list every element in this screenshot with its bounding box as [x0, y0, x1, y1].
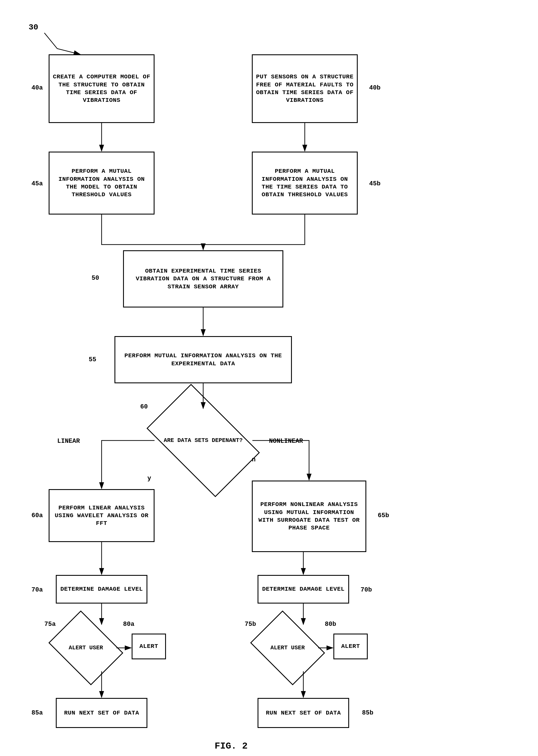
linear-label: LINEAR: [57, 438, 80, 445]
node-80b-label: 80b: [325, 621, 336, 628]
node-85a-label: 85a: [31, 709, 43, 717]
node-45a: PERFORM A MUTUAL INFORMATION ANALYSIS ON…: [49, 152, 154, 215]
node-75a-diamond: ALERT USER: [56, 625, 116, 671]
nonlinear-label: NONLINEAR: [269, 438, 303, 445]
node-85b-label: 85b: [362, 709, 373, 717]
node-70b: DETERMINE DAMAGE LEVEL: [257, 575, 349, 604]
node-65b: PERFORM NONLINEAR ANALYSIS USING MUTUAL …: [252, 480, 366, 552]
node-60a: PERFORM LINEAR ANALYSIS USING WAVELET AN…: [49, 489, 154, 542]
node-55-label: 55: [89, 356, 96, 363]
node-80a-label: 80a: [123, 621, 134, 628]
node-45b-label: 45b: [369, 180, 381, 187]
figure-caption: FIG. 2: [215, 741, 247, 751]
node-75a-text: ALERT USER: [69, 644, 103, 652]
node-75b-text: ALERT USER: [270, 644, 305, 652]
node-70a-label: 70a: [31, 586, 43, 593]
node-75b-label: 75b: [245, 621, 256, 628]
node-45a-label: 45a: [31, 180, 43, 187]
node-65b-label: 65b: [378, 512, 389, 519]
node-60-text: ARE DATA SETS DEPENANT?: [164, 437, 243, 444]
node-80b: ALERT: [333, 633, 368, 659]
node-85a: RUN NEXT SET OF DATA: [56, 698, 147, 728]
node-85b: RUN NEXT SET OF DATA: [257, 698, 349, 728]
node-70a: DETERMINE DAMAGE LEVEL: [56, 575, 147, 604]
node-80a: ALERT: [132, 633, 166, 659]
node-75b-diamond: ALERT USER: [257, 625, 318, 671]
y-label: y: [147, 475, 151, 482]
node-60a-label: 60a: [31, 512, 43, 519]
flowchart-diagram: 30 CREATE A COMPUTER MODEL OF THE STRUCT…: [0, 0, 538, 756]
node-40a-label: 40a: [31, 84, 43, 91]
node-50: OBTAIN EXPERIMENTAL TIME SERIES VIBRATIO…: [123, 250, 283, 308]
node-75a-label: 75a: [44, 621, 56, 628]
node-60-label: 60: [140, 403, 148, 411]
diagram-number-label: 30: [28, 23, 38, 32]
node-45b: PERFORM A MUTUAL INFORMATION ANALYSIS ON…: [252, 152, 358, 215]
node-70b-label: 70b: [360, 586, 372, 593]
node-50-label: 50: [91, 275, 99, 282]
node-60-diamond: ARE DATA SETS DEPENANT?: [154, 409, 252, 472]
node-55: PERFORM MUTUAL INFORMATION ANALYSIS ON T…: [115, 336, 292, 383]
node-40b: PUT SENSORS ON A STRUCTURE FREE OF MATER…: [252, 54, 358, 123]
node-40b-label: 40b: [369, 84, 381, 91]
node-40a: CREATE A COMPUTER MODEL OF THE STRUCTURE…: [49, 54, 154, 123]
n-label: n: [252, 456, 255, 463]
